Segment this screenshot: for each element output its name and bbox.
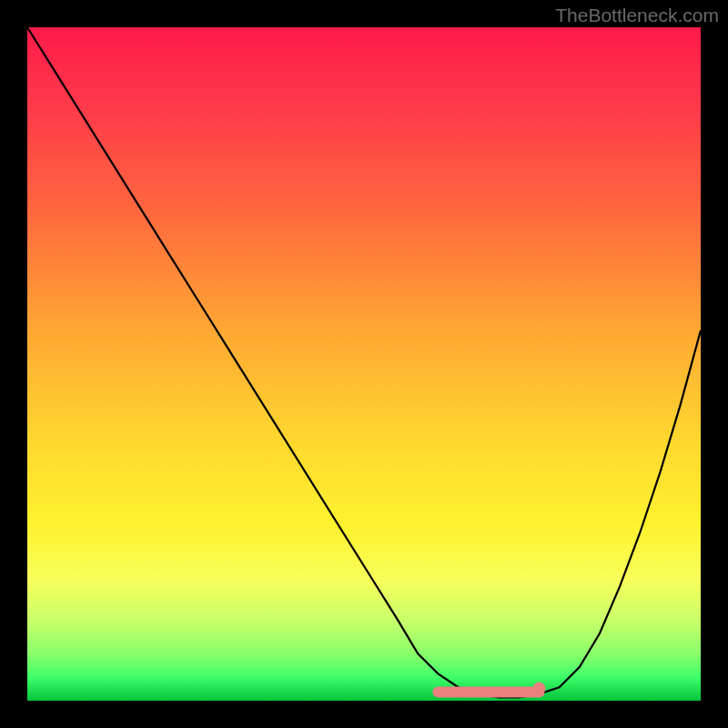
chart-plot-area <box>27 27 701 701</box>
bottleneck-curve <box>27 27 701 697</box>
watermark-text: TheBottleneck.com <box>555 5 719 26</box>
flat-region-end-dot <box>532 682 545 695</box>
chart-svg <box>27 27 701 701</box>
